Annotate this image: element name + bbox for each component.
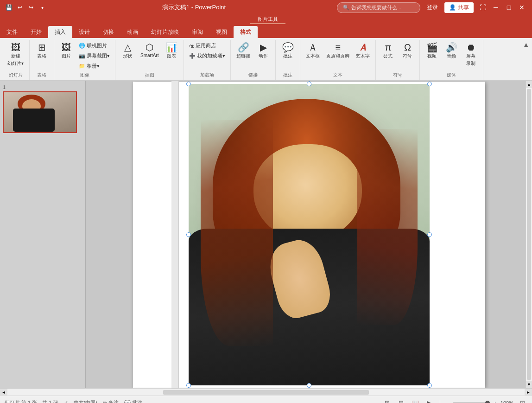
comment-button[interactable]: 💬 批注 <box>279 41 297 61</box>
tab-file[interactable]: 文件 <box>0 26 24 38</box>
close-button[interactable]: ✕ <box>515 2 528 13</box>
scroll-down-button[interactable]: ▼ <box>526 381 532 388</box>
tab-design[interactable]: 设计 <box>72 26 96 38</box>
comment-icon: 💬 <box>282 43 294 52</box>
selected-image-container[interactable] <box>189 84 430 385</box>
reading-view-button[interactable]: 📖 <box>410 398 420 403</box>
language-label: 中文(中国) <box>74 399 97 403</box>
redo-button[interactable]: ↪ <box>26 2 36 13</box>
tab-home[interactable]: 开始 <box>24 26 48 38</box>
my-addons-button[interactable]: ➕ 我的加载项▾ <box>187 51 228 61</box>
handle-w[interactable] <box>186 232 191 237</box>
picture-button[interactable]: 🖼 图片 <box>57 41 76 61</box>
comments-button[interactable]: 💬 批注 <box>124 399 142 403</box>
handle-se[interactable] <box>427 383 432 388</box>
scroll-up-button[interactable]: ▲ <box>526 81 532 88</box>
group-comment-content: 💬 批注 <box>279 41 297 71</box>
tab-animations[interactable]: 动画 <box>120 26 145 38</box>
action-button[interactable]: ▶ 动作 <box>254 41 272 61</box>
h-scroll-track[interactable] <box>8 390 524 395</box>
tab-review[interactable]: 审阅 <box>185 26 209 38</box>
slideshow-button[interactable]: ▶ <box>424 398 434 403</box>
smartart-button[interactable]: ⬡ SmartArt <box>138 41 161 60</box>
notes-button[interactable]: ✏ 备注 <box>103 399 119 403</box>
handle-nw[interactable] <box>186 82 191 86</box>
zoom-in-icon: + <box>494 400 496 403</box>
online-picture-button[interactable]: 🌐 联机图片 <box>76 41 112 51</box>
app-store-button[interactable]: 🛍 应用商店 <box>187 41 228 51</box>
search-box[interactable]: 🔍 告诉我您想要做什么... <box>337 2 420 13</box>
online-pic-icon: 🌐 <box>79 43 85 49</box>
screen-record-button[interactable]: ⏺ 屏幕 录制 <box>462 41 480 69</box>
symbol-button[interactable]: Ω 符号 <box>398 41 417 61</box>
shape-button[interactable]: △ 形状 <box>118 41 137 61</box>
scroll-right-button[interactable]: ► <box>525 389 532 396</box>
status-left: 幻灯片 第 1 张，共 1 张 ✓ 中文(中国) ✏ 备注 💬 批注 <box>5 399 142 403</box>
handle-e[interactable] <box>427 232 432 237</box>
scroll-left-button[interactable]: ◄ <box>0 389 7 396</box>
group-slide-content: 🖼 新建 幻灯片▾ <box>5 41 26 71</box>
slide-sorter-button[interactable]: ⊟ <box>396 398 406 403</box>
handle-n[interactable] <box>307 82 311 86</box>
tab-format[interactable]: 格式 <box>234 26 258 38</box>
symbol-icon: Ω <box>404 43 411 52</box>
album-button[interactable]: 📁 相册▾ <box>76 61 112 71</box>
undo-button[interactable]: ↩ <box>15 2 25 13</box>
login-button[interactable]: 登录 <box>423 3 442 13</box>
action-icon: ▶ <box>260 43 267 52</box>
wordart-button[interactable]: Ａ 艺术字 <box>353 41 373 61</box>
save-button[interactable]: 💾 <box>4 2 14 13</box>
handle-s[interactable] <box>307 383 311 388</box>
tab-slideshow[interactable]: 幻灯片放映 <box>145 26 185 38</box>
group-link-label: 链接 <box>234 71 272 79</box>
online-pic-label: 联机图片 <box>87 42 107 49</box>
formula-icon: π <box>385 43 392 52</box>
handle-sw[interactable] <box>186 383 191 388</box>
group-addon: 🛍 应用商店 ➕ 我的加载项▾ 加载项 <box>184 40 231 80</box>
options-button[interactable]: ⛶ <box>476 2 489 13</box>
wordart-icon: Ａ <box>358 43 367 52</box>
canvas-area[interactable]: ▲ ▼ <box>86 81 532 388</box>
group-image: 🖼 图片 🌐 联机图片 📷 屏幕截图▾ 📁 相册▾ 图像 <box>54 40 115 80</box>
maximize-button[interactable]: □ <box>502 2 515 13</box>
search-placeholder: 告诉我您想要做什么... <box>351 4 401 11</box>
screenshot-button[interactable]: 📷 屏幕截图▾ <box>76 51 112 61</box>
handle-ne[interactable] <box>427 82 432 86</box>
group-text-content: Ａ 文本框 ≡ 页眉和页脚 Ａ 艺术字 <box>303 41 373 71</box>
normal-view-button[interactable]: ⊞ <box>382 398 393 403</box>
myaddon-label: 我的加载项▾ <box>197 52 225 59</box>
new-slide-label2: 幻灯片▾ <box>7 60 24 67</box>
share-button[interactable]: 👤 共享 <box>444 2 474 13</box>
zoom-thumb[interactable] <box>485 401 490 403</box>
tab-transitions[interactable]: 切换 <box>96 26 120 38</box>
fit-to-window-button[interactable]: ⊡ <box>517 398 527 403</box>
textbox-button[interactable]: Ａ 文本框 <box>303 41 323 61</box>
group-table-content: ⊞ 表格 <box>32 41 51 71</box>
shape-label: 形状 <box>123 53 132 59</box>
minimize-button[interactable]: ─ <box>489 2 502 13</box>
video-button[interactable]: 🎬 视频 <box>423 41 441 61</box>
table-button[interactable]: ⊞ 表格 <box>32 41 51 61</box>
customize-qat-button[interactable]: ▾ <box>37 2 47 13</box>
photo-image[interactable] <box>189 84 430 385</box>
group-media-label: 媒体 <box>423 71 480 79</box>
h-scroll-thumb[interactable] <box>163 390 369 395</box>
chart-label: 图表 <box>167 53 176 59</box>
new-slide-button[interactable]: 🖼 新建 幻灯片▾ <box>5 41 26 69</box>
formula-button[interactable]: π 公式 <box>379 41 397 61</box>
slide-thumbnail[interactable] <box>3 91 77 133</box>
hyperlink-button[interactable]: 🔗 超链接 <box>234 41 253 61</box>
myaddon-icon: ➕ <box>189 53 196 59</box>
audio-button[interactable]: 🔊 音频 <box>442 41 461 61</box>
collapse-ribbon-button[interactable]: ▲ <box>523 41 529 48</box>
scroll-thumb[interactable] <box>527 89 531 380</box>
vertical-scrollbar[interactable]: ▲ ▼ <box>526 81 532 388</box>
tab-view[interactable]: 视图 <box>209 26 234 38</box>
slide-canvas[interactable] <box>133 82 485 388</box>
ribbon-content: 🖼 新建 幻灯片▾ 幻灯片 ⊞ 表格 表格 🖼 图片 🌐 联 <box>0 38 532 81</box>
chart-button[interactable]: 📊 图表 <box>162 41 181 61</box>
tab-insert[interactable]: 插入 <box>48 26 72 38</box>
group-text-label: 文本 <box>303 71 373 79</box>
screenshot-label: 屏幕截图▾ <box>87 52 110 59</box>
header-footer-button[interactable]: ≡ 页眉和页脚 <box>323 41 352 61</box>
